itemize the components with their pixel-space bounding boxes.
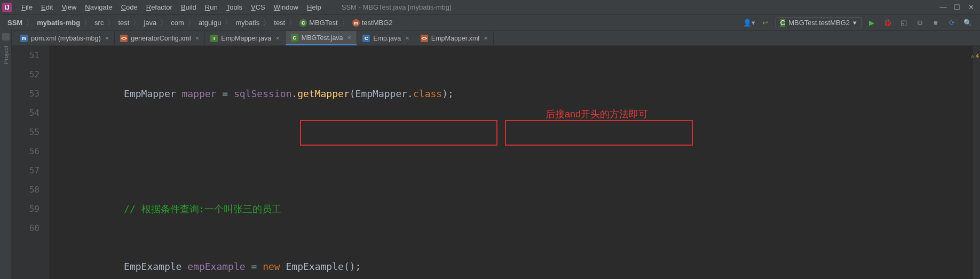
menu-build[interactable]: Build <box>177 3 201 11</box>
line-number: 55 <box>12 123 39 142</box>
close-tab-icon[interactable]: × <box>275 34 280 42</box>
file-icon: <> <box>421 35 428 42</box>
menu-refactor[interactable]: Refactor <box>142 3 177 11</box>
left-tool-rail: Project <box>0 30 12 279</box>
menu-help[interactable]: Help <box>303 3 326 11</box>
app-icon: IJ <box>2 3 12 12</box>
warnings-badge[interactable]: ⚠4 <box>971 47 979 66</box>
file-icon: m <box>20 35 28 42</box>
breadcrumb-segment[interactable]: test <box>271 18 288 28</box>
run-button[interactable]: ▶ <box>865 17 879 29</box>
breadcrumb-segment[interactable]: java <box>140 18 160 28</box>
code-area[interactable]: EmpMapper mapper = sqlSession.getMapper(… <box>49 46 980 279</box>
tab-label: pom.xml (mybatis-mbg) <box>31 35 101 42</box>
menu-view[interactable]: View <box>57 3 81 11</box>
project-icon[interactable] <box>2 33 10 41</box>
editor-tab[interactable]: mpom.xml (mybatis-mbg)× <box>15 31 115 45</box>
file-icon: C <box>291 34 298 42</box>
line-gutter: 51525354555657585960 <box>12 46 49 279</box>
profile-button[interactable]: ⊙ <box>913 17 927 29</box>
menu-edit[interactable]: Edit <box>37 3 57 11</box>
add-config-button[interactable]: 👤▾ <box>742 17 756 29</box>
tab-label: generatorConfig.xml <box>131 35 191 42</box>
close-tab-icon[interactable]: × <box>195 34 200 42</box>
code-line: EmpMapper mapper = sqlSession.getMapper(… <box>54 84 980 103</box>
class-icon: C <box>299 19 307 27</box>
editor-tab[interactable]: IEmpMapper.java× <box>205 31 285 45</box>
line-number: 58 <box>12 180 39 200</box>
window-title: SSM - MBGTest.java [mybatis-mbg] <box>342 3 452 11</box>
breadcrumb-segment[interactable]: src <box>91 18 107 28</box>
breadcrumb-segment[interactable]: mtestMBG2 <box>349 18 396 28</box>
method-icon: m <box>352 19 360 27</box>
menu-run[interactable]: Run <box>201 3 222 11</box>
editor-tab[interactable]: CEmp.java× <box>357 31 415 45</box>
breadcrumb-separator: 〉 <box>133 18 140 28</box>
line-number: 51 <box>12 46 39 65</box>
run-config-selector[interactable]: C MBGTest.testMBG2 ▾ <box>776 17 862 28</box>
close-tab-icon[interactable]: × <box>105 34 109 42</box>
search-button[interactable]: 🔍 <box>961 17 975 29</box>
error-stripe[interactable] <box>973 46 980 279</box>
editor-tab[interactable]: <>generatorConfig.xml× <box>115 31 205 45</box>
tab-label: EmpMapper.xml <box>431 35 479 42</box>
editor-tabs: mpom.xml (mybatis-mbg)×<>generatorConfig… <box>0 31 980 46</box>
menu-code[interactable]: Code <box>117 3 142 11</box>
breadcrumb-separator: 〉 <box>225 18 232 28</box>
breadcrumb-separator: 〉 <box>289 18 296 28</box>
run-config-label: MBGTest.testMBG2 <box>788 19 850 27</box>
breadcrumb-segment[interactable]: mybatis-mbg <box>34 18 83 28</box>
update-button[interactable]: ⟳ <box>945 17 959 29</box>
back-button[interactable]: ↩ <box>758 17 772 29</box>
menu-file[interactable]: File <box>17 3 37 11</box>
code-line: // 根据条件查询:一个叫张三的员工 <box>54 200 980 219</box>
line-number: 59 <box>12 200 39 219</box>
breadcrumb-separator: 〉 <box>26 18 33 28</box>
file-icon: I <box>210 35 218 42</box>
breadcrumb-separator: 〉 <box>84 18 91 28</box>
annotation-text: 后接and开头的方法即可 <box>546 105 648 124</box>
tab-label: MBGTest.java <box>302 34 343 42</box>
debug-button[interactable]: 🐞 <box>881 17 895 29</box>
menu-vcs[interactable]: VCS <box>247 3 270 11</box>
stop-button[interactable]: ■ <box>929 17 943 29</box>
menu-bar: IJ FileEditViewNavigateCodeRefactorBuild… <box>0 0 980 15</box>
breadcrumb-segment[interactable]: test <box>115 18 132 28</box>
breadcrumb-segment[interactable]: CMBGTest <box>296 18 341 28</box>
editor-tab[interactable]: CMBGTest.java× <box>286 31 357 45</box>
breadcrumb-separator: 〉 <box>188 18 195 28</box>
close-tab-icon[interactable]: × <box>347 34 352 42</box>
code-editor[interactable]: 51525354555657585960 EmpMapper mapper = … <box>12 46 980 279</box>
file-icon: C <box>362 35 370 42</box>
project-tab[interactable]: Project <box>3 44 9 66</box>
menu-tools[interactable]: Tools <box>222 3 247 11</box>
editor-tab[interactable]: <>EmpMapper.xml× <box>415 31 494 45</box>
minimize-button[interactable]: — <box>936 2 950 13</box>
maximize-button[interactable]: ☐ <box>950 2 964 13</box>
breadcrumb-segment[interactable]: com <box>168 18 187 28</box>
breadcrumb-separator: 〉 <box>107 18 114 28</box>
code-line: EmpExample empExample = new EmpExample()… <box>54 257 980 276</box>
line-number: 53 <box>12 84 39 103</box>
breadcrumb-segment[interactable]: mybatis <box>232 18 263 28</box>
coverage-button[interactable]: ◱ <box>897 17 911 29</box>
code-line <box>54 142 980 161</box>
menu-navigate[interactable]: Navigate <box>81 3 116 11</box>
chevron-down-icon: ▾ <box>853 19 857 27</box>
close-tab-icon[interactable]: × <box>405 34 409 42</box>
test-icon: C <box>780 19 785 27</box>
breadcrumb-separator: 〉 <box>342 18 349 28</box>
breadcrumb: SSM〉mybatis-mbg〉src〉test〉java〉com〉atguig… <box>4 18 396 28</box>
file-icon: <> <box>120 35 128 42</box>
breadcrumb-separator: 〉 <box>160 18 167 28</box>
tab-label: Emp.java <box>373 35 401 42</box>
breadcrumb-segment[interactable]: SSM <box>4 18 26 28</box>
line-number: 54 <box>12 103 39 123</box>
menu-window[interactable]: Window <box>270 3 303 11</box>
close-window-button[interactable]: ✕ <box>964 2 978 13</box>
close-tab-icon[interactable]: × <box>484 34 488 42</box>
tab-label: EmpMapper.java <box>221 35 271 42</box>
breadcrumb-segment[interactable]: atguigu <box>195 18 225 28</box>
line-number: 52 <box>12 65 39 84</box>
line-number: 60 <box>12 219 39 238</box>
